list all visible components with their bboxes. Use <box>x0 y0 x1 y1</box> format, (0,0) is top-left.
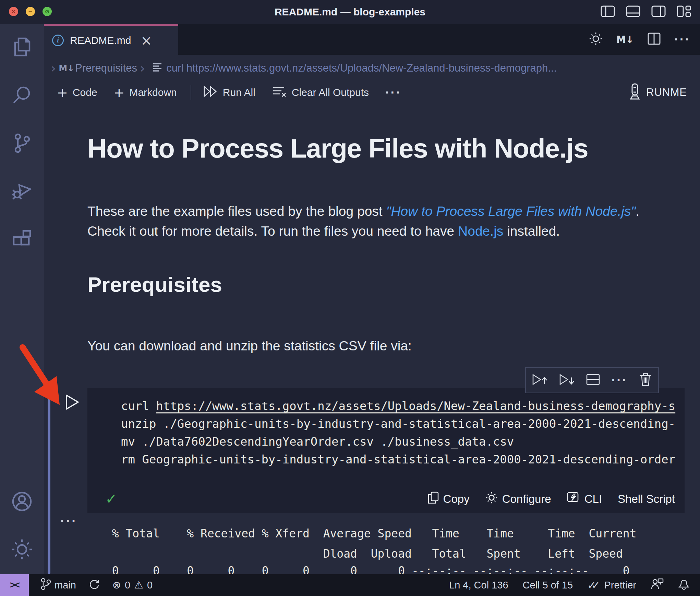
paragraph-text: installed. <box>503 224 560 238</box>
notifications-bell-icon[interactable] <box>678 578 690 593</box>
delete-cell-icon[interactable] <box>639 372 652 388</box>
activity-account[interactable] <box>0 478 44 526</box>
window-title: README.md — blog-examples <box>0 0 700 24</box>
toggle-primary-sidebar-icon[interactable] <box>601 5 615 18</box>
execute-above-icon[interactable] <box>532 373 547 388</box>
activity-extensions[interactable] <box>0 216 44 264</box>
cell-focus-indicator <box>48 393 50 574</box>
run-all-button[interactable]: Run All <box>203 85 255 100</box>
markdown-symbol-icon: M↓ <box>59 63 74 73</box>
tab-label: README.md <box>70 35 131 46</box>
more-actions-icon: ··· <box>385 86 401 99</box>
source-control-icon <box>11 132 33 156</box>
activity-settings[interactable] <box>0 526 44 574</box>
runme-kernel-button[interactable]: RUNME <box>628 82 687 103</box>
run-all-label: Run All <box>223 87 255 98</box>
shell-script-label: Shell Script <box>618 493 675 506</box>
copy-label: Copy <box>443 493 470 506</box>
output-text: % Total % Received % Xferd Average Speed… <box>98 523 637 564</box>
breadcrumb-section[interactable]: Prerequisites <box>75 62 137 74</box>
clear-all-outputs-button[interactable]: Clear All Outputs <box>272 85 369 100</box>
git-branch-item[interactable]: main <box>40 578 76 593</box>
runme-label: RUNME <box>646 86 687 99</box>
add-markdown-cell-button[interactable]: + Markdown <box>114 86 177 99</box>
code-url-link[interactable]: https://www.stats.govt.nz/assets/Uploads… <box>156 399 675 413</box>
code-cell[interactable]: curl https://www.stats.govt.nz/assets/Up… <box>87 388 685 513</box>
status-bar: >< main ⊗ 0 ⚠ 0 Ln 4, Col 136 Cel <box>0 574 700 596</box>
copy-button[interactable]: Copy <box>428 492 470 507</box>
cell-hover-toolbar: ··· <box>525 367 659 393</box>
toggle-secondary-sidebar-icon[interactable] <box>651 5 666 18</box>
editor-settings-gear-icon[interactable] <box>589 32 603 47</box>
search-icon <box>11 84 33 108</box>
code-line[interactable]: unzip ./Geographic-units-by-industry-and… <box>121 415 685 433</box>
terminal-cli-icon <box>567 492 580 506</box>
code-line[interactable]: mv ./Data7602DescendingYearOrder.csv ./b… <box>121 433 685 450</box>
title-bar: × − ⊘ README.md — blog-examples <box>0 0 700 24</box>
execute-below-icon[interactable] <box>559 373 575 388</box>
extensions-icon <box>11 228 33 251</box>
run-cell-button[interactable] <box>64 393 81 412</box>
clear-all-label: Clear All Outputs <box>292 87 369 98</box>
split-cell-icon[interactable] <box>586 373 600 387</box>
nodejs-link[interactable]: Node.js <box>458 224 503 238</box>
problems-item[interactable]: ⊗ 0 ⚠ 0 <box>112 580 153 591</box>
vscode-window: × − ⊘ README.md — blog-examples <box>0 0 700 596</box>
doc-paragraph: These are the example files used by the … <box>87 201 650 241</box>
notebook-more-actions-button[interactable]: ··· <box>385 86 401 99</box>
cell-more-actions-icon[interactable]: ··· <box>612 374 628 387</box>
add-code-cell-button[interactable]: + Code <box>57 86 97 99</box>
cursor-position-item[interactable]: Ln 4, Col 136 <box>449 580 508 591</box>
toggle-panel-icon[interactable] <box>626 5 640 18</box>
customize-layout-icon[interactable] <box>677 5 691 18</box>
feedback-item[interactable] <box>651 578 664 593</box>
formatter-label: Prettier <box>604 580 636 591</box>
section-heading: Prerequisites <box>87 272 222 297</box>
activity-search[interactable] <box>0 72 44 120</box>
output-header-line: Dload Upload Total Spent Left Speed <box>98 544 637 564</box>
configure-button[interactable]: Configure <box>485 492 551 507</box>
formatter-item[interactable]: ✓✓ Prettier <box>587 579 636 591</box>
code-text: curl <box>121 399 156 413</box>
configure-gear-icon <box>485 492 498 507</box>
branch-name: main <box>55 580 76 591</box>
notebook-toolbar: + Code + Markdown Run All Clear All Outp… <box>44 82 700 103</box>
code-editor[interactable]: curl https://www.stats.govt.nz/assets/Up… <box>121 397 685 468</box>
runme-rocket-icon <box>628 83 641 102</box>
activity-run-debug[interactable] <box>0 168 44 216</box>
output-header-line: % Total % Received % Xferd Average Speed… <box>98 523 637 544</box>
code-line[interactable]: curl https://www.stats.govt.nz/assets/Up… <box>121 397 685 415</box>
tab-bar: i README.md × M↓ ··· <box>44 24 700 55</box>
open-markdown-preview-icon[interactable]: M↓ <box>616 34 634 45</box>
doc-paragraph-2: You can download and unzip the statistic… <box>87 338 412 353</box>
cli-button[interactable]: CLI <box>567 492 602 506</box>
list-selection-icon <box>153 62 163 74</box>
activity-explorer[interactable] <box>0 24 44 72</box>
account-icon <box>11 491 33 514</box>
blog-post-link[interactable]: "How to Process Large Files with Node.js… <box>386 204 636 219</box>
error-icon: ⊗ <box>112 580 121 590</box>
output-collapse-toggle[interactable]: ··· <box>60 514 77 529</box>
run-all-icon <box>203 85 218 100</box>
add-markdown-label: Markdown <box>129 87 177 98</box>
remote-indicator[interactable]: >< <box>0 574 29 596</box>
plus-icon: + <box>114 86 125 99</box>
info-icon[interactable]: i <box>52 35 64 46</box>
code-line[interactable]: rm Geographic-units-by-industry-and-stat… <box>121 450 685 468</box>
clear-outputs-icon <box>272 85 287 100</box>
tab-readme[interactable]: i README.md × <box>44 24 178 55</box>
close-tab-icon[interactable]: × <box>141 34 152 47</box>
activity-source-control[interactable] <box>0 120 44 168</box>
toolbar-divider <box>191 85 191 100</box>
sync-changes-item[interactable] <box>88 578 100 592</box>
copy-icon <box>428 492 439 507</box>
sync-icon <box>88 578 100 592</box>
shell-script-button[interactable]: Shell Script <box>618 493 675 506</box>
breadcrumb: › M↓ Prerequisites › curl https://www.st… <box>44 55 700 82</box>
cli-label: CLI <box>584 493 602 506</box>
split-editor-icon[interactable] <box>648 33 661 46</box>
gear-icon <box>11 538 33 562</box>
breadcrumb-cell[interactable]: curl https://www.stats.govt.nz/assets/Up… <box>166 62 557 74</box>
editor-more-actions-icon[interactable]: ··· <box>674 33 690 46</box>
cell-position-item[interactable]: Cell 5 of 15 <box>523 580 573 591</box>
